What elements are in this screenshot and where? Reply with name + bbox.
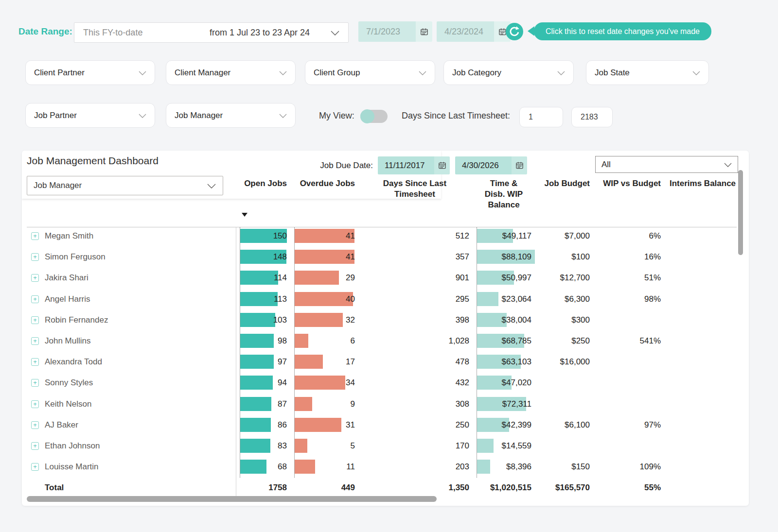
expand-plus-icon[interactable] (31, 232, 39, 240)
wip-balance-value: $49,117 (502, 225, 531, 246)
row-field-value: Job Manager (34, 176, 82, 195)
wip-balance-bar (477, 460, 490, 474)
all-filter-dropdown[interactable]: All (595, 156, 738, 173)
col-header-job-budget[interactable]: Job Budget (545, 178, 590, 189)
open-jobs-bar (240, 271, 278, 285)
table-row[interactable]: Robin Fernandez 103 32 398 $38,004 $300 (22, 309, 749, 330)
job-budget-value: $6,100 (565, 414, 590, 435)
overdue-jobs-value: 31 (346, 414, 355, 435)
start-date-input[interactable]: 7/1/2023 (358, 21, 432, 42)
expand-plus-icon[interactable] (31, 358, 39, 366)
wip-balance-value: $23,064 (502, 289, 531, 309)
table-row[interactable]: Simon Ferguson 148 41 357 $88,109 $100 1… (22, 246, 749, 267)
job-manager-name: Jakira Shari (45, 267, 88, 288)
expand-plus-icon[interactable] (31, 253, 39, 261)
expand-plus-icon[interactable] (31, 400, 39, 408)
page-title: Job Management Dashboard (27, 155, 159, 167)
days-since-value: 357 (456, 246, 469, 267)
reset-tooltip-text: Click this to reset date changes you've … (546, 27, 700, 35)
col-header-open-jobs[interactable]: Open Jobs (244, 178, 287, 189)
open-jobs-bar (240, 397, 271, 411)
filter-client-group[interactable]: Client Group (305, 60, 435, 85)
table-row[interactable]: Megan Smith 150 41 512 $49,117 $7,000 6% (22, 225, 749, 246)
filter-label: Job Category (452, 61, 501, 85)
table-row[interactable]: Sonny Styles 94 34 432 $47,020 (22, 372, 749, 393)
days-max-input[interactable]: 2183 (571, 107, 613, 127)
open-jobs-bar (240, 355, 274, 369)
job-manager-name: Simon Ferguson (45, 246, 106, 267)
expand-plus-icon[interactable] (31, 337, 39, 345)
col-header-wip-vs-budget[interactable]: WIP vs Budget (603, 178, 661, 189)
days-since-value: 308 (456, 394, 469, 414)
table-row[interactable]: AJ Baker 86 31 250 $42,399 $6,100 97% (22, 414, 749, 435)
vertical-scrollbar[interactable] (738, 170, 743, 255)
filter-client-partner[interactable]: Client Partner (25, 60, 155, 85)
expand-plus-icon[interactable] (31, 463, 39, 471)
table-row[interactable]: Angel Harris 113 40 295 $23,064 $6,300 9… (22, 289, 749, 309)
table-row[interactable]: Louisse Martin 68 11 203 $8,396 $150 109… (22, 456, 749, 477)
expand-plus-icon[interactable] (31, 421, 39, 429)
row-field-dropdown[interactable]: Job Manager (27, 176, 223, 195)
job-management-card: Job Management Dashboard Job Due Date: 1… (22, 151, 749, 506)
job-manager-name: John Mullins (45, 330, 91, 351)
open-jobs-bar (240, 334, 274, 348)
calendar-icon[interactable] (434, 156, 450, 174)
job-budget-value: $100 (571, 246, 590, 267)
job-due-end-input[interactable]: 4/30/2026 (455, 156, 527, 174)
days-min-input[interactable]: 1 (519, 107, 563, 127)
sort-descending-icon[interactable] (242, 213, 248, 217)
reset-tooltip: Click this to reset date changes you've … (534, 22, 711, 40)
overdue-jobs-bar (295, 460, 315, 474)
filter-job-partner[interactable]: Job Partner (25, 103, 155, 128)
col-header-overdue-jobs[interactable]: Overdue Jobs (300, 178, 355, 189)
days-since-value: 478 (456, 351, 469, 372)
job-due-start-input[interactable]: 11/11/2017 (378, 156, 450, 174)
calendar-icon[interactable] (512, 156, 527, 174)
filter-client-manager[interactable]: Client Manager (166, 60, 296, 85)
wip-balance-value: $42,399 (502, 414, 531, 435)
reset-dates-button[interactable] (506, 23, 523, 40)
expand-plus-icon[interactable] (31, 379, 39, 387)
col-header-interims-balance[interactable]: Interims Balance (670, 178, 736, 189)
table-row[interactable]: Alexandra Todd 97 17 478 $63,103 $16,000 (22, 351, 749, 372)
job-manager-name: Sonny Styles (45, 372, 93, 393)
end-date-input[interactable]: 4/23/2024 (437, 21, 511, 42)
col-header-days-since[interactable]: Days Since Last Timesheet (378, 178, 451, 200)
horizontal-scrollbar[interactable] (27, 496, 437, 502)
date-range-preset-dropdown[interactable]: This FY-to-date from 1 Jul 23 to 23 Apr … (74, 22, 349, 43)
total-row: Total 1758 449 1,350 $1,020,515 $165,570… (22, 478, 749, 498)
wip-balance-value: $47,020 (502, 372, 531, 393)
filter-job-state[interactable]: Job State (586, 60, 709, 85)
col-header-wip-balance[interactable]: Time & Disb. WIP Balance (479, 178, 528, 210)
expand-plus-icon[interactable] (31, 274, 39, 282)
expand-plus-icon[interactable] (31, 442, 39, 450)
job-budget-value: $150 (571, 456, 590, 477)
chevron-down-icon (279, 114, 287, 118)
expand-plus-icon[interactable] (31, 316, 39, 324)
open-jobs-bar (240, 376, 273, 390)
wip-balance-value: $68,785 (502, 330, 531, 351)
table-row[interactable]: John Mullins 98 6 1,028 $68,785 $250 541… (22, 330, 749, 351)
date-range-preset-value: This FY-to-date (83, 23, 142, 42)
total-open-jobs: 1758 (268, 478, 287, 498)
wip-balance-value: $72,311 (502, 394, 531, 414)
my-view-toggle[interactable] (360, 110, 388, 123)
overdue-jobs-value: 5 (351, 435, 355, 456)
open-jobs-value: 97 (278, 351, 287, 372)
table-row[interactable]: Keith Nelson 87 9 308 $72,311 (22, 394, 749, 414)
expand-plus-icon[interactable] (31, 295, 39, 303)
date-range-label: Date Range: (18, 22, 72, 41)
table-row[interactable]: Ethan Johnson 83 5 170 $14,559 (22, 435, 749, 456)
chevron-down-icon (692, 71, 700, 75)
table-row[interactable]: Jakira Shari 114 29 901 $50,997 $12,700 … (22, 267, 749, 288)
chevron-down-icon (331, 31, 339, 36)
toggle-knob (360, 109, 374, 123)
total-label: Total (45, 478, 64, 498)
job-budget-value: $250 (571, 330, 590, 351)
filter-job-manager[interactable]: Job Manager (166, 103, 296, 128)
wip-vs-budget-value: 6% (649, 225, 661, 246)
filter-job-category[interactable]: Job Category (443, 60, 574, 85)
chevron-down-icon (207, 184, 216, 189)
filter-label: Job Partner (34, 103, 77, 127)
calendar-icon[interactable] (416, 21, 432, 42)
